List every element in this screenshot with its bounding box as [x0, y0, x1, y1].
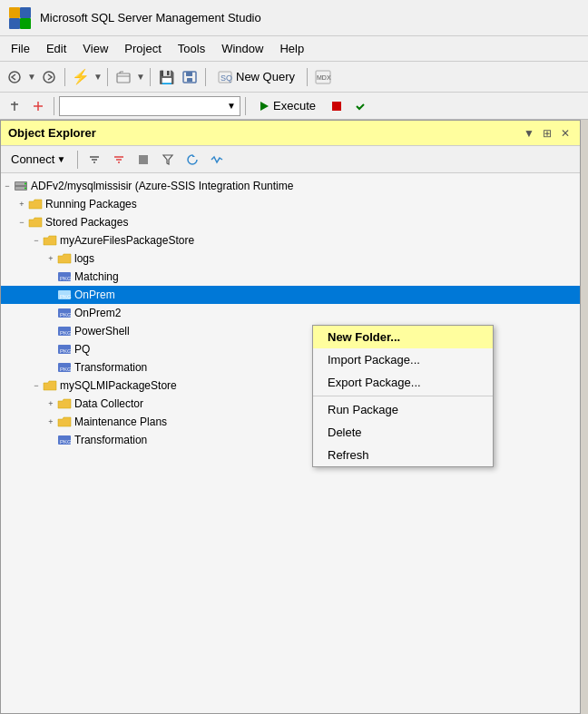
back-dropdown[interactable]: ▼	[27, 66, 36, 88]
icon-package-onprem2: PKG	[57, 306, 72, 320]
open-dropdown[interactable]: ▼	[136, 66, 145, 88]
mdx-icon[interactable]: MDX	[312, 66, 334, 88]
ctx-item-refresh[interactable]: Refresh	[313, 444, 493, 466]
icon-folder-sqlmi	[43, 378, 57, 393]
icon-server-server	[14, 179, 28, 193]
expander-datacollector: +	[44, 397, 57, 410]
tree-item-running[interactable]: + Running Packages	[1, 195, 580, 213]
new-dropdown[interactable]: ▼	[93, 66, 103, 88]
expander-logs: +	[44, 252, 57, 265]
tree-label-matching: Matching	[74, 270, 119, 283]
icon-folder-logs	[57, 251, 72, 266]
tree-item-onprem2[interactable]: PKG OnPrem2	[1, 304, 580, 322]
new-file-button[interactable]: ⚡	[70, 66, 92, 88]
pin-button-2[interactable]	[27, 95, 49, 117]
svg-rect-6	[117, 73, 130, 83]
ctx-item-export-package[interactable]: Export Package...	[313, 371, 493, 394]
expander-azure: −	[30, 234, 43, 247]
menu-help[interactable]: Help	[272, 40, 311, 57]
tree-item-azure[interactable]: − myAzureFilesPackageStore	[1, 231, 580, 249]
ctx-item-new-folder[interactable]: New Folder...	[313, 326, 493, 348]
execute-button[interactable]: Execute	[250, 96, 324, 116]
ctx-item-delete[interactable]: Delete	[313, 421, 493, 444]
icon-folder-azure	[43, 233, 57, 248]
svg-text:PKG: PKG	[60, 367, 72, 372]
ctx-item-run-package[interactable]: Run Package	[313, 398, 493, 421]
tree-label-azure: myAzureFilesPackageStore	[60, 234, 194, 247]
svg-text:SQL: SQL	[220, 73, 232, 83]
svg-text:MDX: MDX	[317, 74, 331, 81]
oe-filter2-button[interactable]	[157, 149, 179, 171]
expander-running: +	[15, 198, 28, 210]
tree-label-pq: PQ	[74, 343, 90, 356]
tree-label-server: ADFv2/mysqlmissisir (Azure-SSIS Integrat…	[31, 180, 293, 192]
connect-label: Connect	[11, 152, 54, 166]
app-title: Microsoft SQL Server Management Studio	[40, 11, 261, 24]
tree-item-logs[interactable]: + logs	[1, 249, 580, 268]
icon-package-powershell: PKG	[57, 324, 72, 338]
oe-toolbar: Connect ▼	[1, 146, 580, 173]
new-query-button[interactable]: SQL New Query	[211, 66, 302, 88]
expander-transformation	[44, 361, 57, 374]
stop-button[interactable]	[326, 95, 348, 117]
svg-rect-2	[9, 18, 20, 29]
open-button[interactable]	[113, 66, 134, 88]
connect-button[interactable]: Connect ▼	[5, 150, 72, 169]
svg-text:PKG: PKG	[60, 312, 72, 318]
icon-folder-datacollector	[57, 396, 72, 411]
execute-label: Execute	[273, 99, 316, 112]
tree-label-transformation2: Transformation	[74, 434, 147, 446]
tree-label-datacollector: Data Collector	[74, 397, 143, 410]
back-button[interactable]	[4, 66, 25, 88]
save-button[interactable]: 💾	[155, 66, 177, 88]
icon-package-transformation: PKG	[57, 360, 72, 375]
save-all-button[interactable]	[179, 66, 201, 88]
tree-item-stored[interactable]: − Stored Packages	[1, 213, 580, 231]
oe-activity-button[interactable]	[206, 149, 228, 171]
object-explorer-panel: Object Explorer ▼ ⊞ ✕ Connect ▼	[0, 120, 581, 714]
oe-disconnect-button[interactable]	[108, 149, 130, 171]
tree-item-onprem[interactable]: PKG OnPrem	[1, 286, 580, 304]
menu-edit[interactable]: Edit	[39, 40, 74, 57]
tree-label-stored: Stored Packages	[45, 216, 128, 229]
oe-filter-button[interactable]	[83, 149, 105, 171]
svg-rect-0	[9, 7, 20, 18]
expander-transformation2	[44, 434, 57, 446]
oe-refresh-button[interactable]	[181, 149, 203, 171]
menu-project[interactable]: Project	[117, 40, 168, 57]
icon-folder-stored	[28, 215, 43, 230]
tree-item-server[interactable]: − ADFv2/mysqlmissisir (Azure-SSIS Integr…	[1, 177, 580, 195]
svg-rect-1	[20, 7, 31, 18]
header-controls: ▼ ⊞ ✕	[522, 126, 573, 141]
menu-tools[interactable]: Tools	[171, 40, 212, 57]
forward-button[interactable]	[38, 66, 60, 88]
svg-marker-18	[260, 102, 269, 111]
icon-package-onprem: PKG	[57, 288, 72, 302]
app-logo	[7, 5, 33, 31]
menu-file[interactable]: File	[4, 40, 37, 57]
close-panel-button[interactable]: ✕	[558, 126, 573, 141]
ctx-item-import-package[interactable]: Import Package...	[313, 348, 493, 371]
pin-window-button[interactable]: ▼	[522, 126, 536, 141]
menu-window[interactable]: Window	[214, 40, 270, 57]
expander-onprem2	[44, 307, 57, 319]
oe-stop-button[interactable]	[132, 149, 154, 171]
expander-onprem	[44, 289, 57, 301]
svg-text:PKG: PKG	[60, 330, 72, 336]
dock-button[interactable]: ⊞	[540, 126, 554, 141]
svg-rect-3	[20, 18, 31, 29]
title-bar: Microsoft SQL Server Management Studio	[0, 0, 588, 36]
toolbar2-sep-1	[54, 97, 54, 115]
check-button[interactable]	[349, 95, 371, 117]
oe-sep-1	[77, 151, 78, 169]
database-dropdown[interactable]: ▼	[59, 96, 240, 116]
menu-view[interactable]: View	[75, 40, 115, 57]
pin-button-1[interactable]	[4, 95, 25, 117]
object-explorer-header: Object Explorer ▼ ⊞ ✕	[1, 121, 580, 146]
tree-item-matching[interactable]: PKG Matching	[1, 268, 580, 286]
tree-label-onprem2: OnPrem2	[74, 307, 121, 319]
svg-text:PKG: PKG	[60, 348, 72, 354]
svg-text:PKG: PKG	[60, 439, 72, 445]
svg-rect-26	[139, 155, 148, 164]
ctx-separator	[313, 396, 493, 396]
